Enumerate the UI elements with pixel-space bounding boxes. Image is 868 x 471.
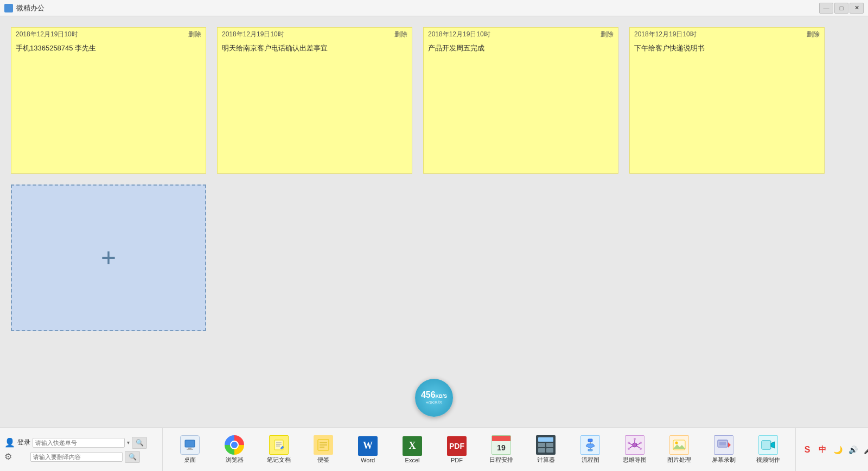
app-flowchart[interactable]: 流程图 [569, 430, 612, 469]
app-browser-label: 浏览器 [226, 456, 244, 464]
flowchart-icon [580, 435, 600, 455]
note-delete-4[interactable]: 删除 [807, 30, 820, 39]
app-word-label: Word [361, 457, 375, 463]
note-delete-3[interactable]: 删除 [601, 30, 614, 39]
calc-btn-2 [546, 443, 553, 447]
sticky-note-2: 2018年12月19日10时 删除 明天给南京客户电话确认出差事宜 [217, 27, 412, 174]
svg-line-23 [629, 443, 633, 445]
tray-mic-icon[interactable]: 🎤 [862, 444, 868, 456]
svg-point-16 [633, 443, 637, 447]
app-calendar[interactable]: 19 日程安排 [480, 430, 523, 469]
svg-point-20 [640, 442, 642, 444]
dropdown-arrow-icon[interactable]: ▾ [127, 440, 130, 445]
calendar-body: 19 [492, 441, 510, 454]
app-browser[interactable]: 浏览器 [213, 430, 256, 469]
main-area: 2018年12月19日10时 删除 手机13365258745 李先生 2018… [0, 16, 868, 428]
app-noteapp[interactable]: 笔记文档 [257, 430, 301, 469]
tray-volume-icon[interactable]: 🔊 [847, 444, 859, 456]
express-input[interactable] [33, 438, 125, 448]
app-desktop[interactable]: 桌面 [168, 430, 212, 469]
svg-rect-31 [719, 442, 726, 445]
svg-rect-0 [185, 440, 195, 447]
translate-search-button[interactable]: 🔍 [125, 451, 140, 463]
svg-rect-2 [187, 449, 193, 450]
calendar-icon: 19 [492, 435, 511, 455]
app-pdf[interactable]: PDF PDF [435, 430, 478, 469]
note-delete-1[interactable]: 删除 [188, 30, 201, 39]
mindmap-icon [625, 435, 644, 455]
app-imgprocess-label: 图片处理 [667, 456, 691, 464]
express-search-button[interactable]: 🔍 [132, 437, 147, 449]
note-header-4: 2018年12月19日10时 删除 [630, 28, 824, 41]
app-calculator[interactable]: 计算器 [524, 430, 567, 469]
network-speed-value: 456KB/S [421, 390, 447, 400]
note-content-4[interactable]: 下午给客户快递说明书 [630, 41, 824, 173]
browser-icon [225, 435, 244, 455]
app-imgprocess[interactable]: 图片处理 [658, 430, 701, 469]
app-word[interactable]: W Word [346, 430, 390, 469]
system-tray: S 中 🌙 🔊 🎤 ⌨ 📋 ✂ 🔧 [795, 428, 868, 471]
note-content-1[interactable]: 手机13365258745 李先生 [11, 41, 206, 173]
app-calendar-label: 日程安排 [489, 456, 513, 464]
network-up-speed: +0KB/S [426, 400, 443, 405]
tray-sougou-s[interactable]: S [801, 444, 813, 456]
app-icon [4, 4, 13, 12]
monitor-svg [184, 439, 196, 451]
app-video[interactable]: 视频制作 [746, 430, 790, 469]
translate-input[interactable] [30, 452, 123, 462]
taskbar: 👤 登录 ▾ 🔍 ⚙ 🔍 桌面 [0, 428, 868, 471]
maximize-button[interactable]: □ [834, 3, 848, 14]
app-mindmap-label: 思维导图 [623, 456, 647, 464]
minimize-button[interactable]: — [819, 3, 833, 14]
note-timestamp-2: 2018年12月19日10时 [222, 30, 284, 39]
note-timestamp-1: 2018年12月19日10时 [16, 30, 78, 39]
screenrecord-svg [717, 438, 731, 452]
note-content-2[interactable]: 明天给南京客户电话确认出差事宜 [218, 41, 412, 173]
tray-moon-icon[interactable]: 🌙 [832, 444, 844, 456]
app-sticky[interactable]: 便签 [302, 430, 345, 469]
app-screenrecord[interactable]: 屏幕录制 [702, 430, 745, 469]
svg-rect-33 [762, 441, 771, 449]
app-excel[interactable]: X Excel [391, 430, 434, 469]
imgprocess-svg [672, 438, 686, 452]
settings-icon[interactable]: ⚙ [4, 451, 15, 462]
calc-btn-3 [538, 448, 545, 453]
tray-input-zh[interactable]: 中 [816, 444, 828, 456]
add-note-button[interactable]: + [11, 184, 206, 331]
login-button[interactable]: 登录 [17, 438, 30, 447]
desktop-icon [180, 435, 200, 455]
app-video-label: 视频制作 [756, 456, 780, 464]
notes-grid: 2018年12月19日10时 删除 手机13365258745 李先生 2018… [11, 27, 857, 331]
svg-rect-15 [588, 449, 592, 451]
note-content-3[interactable]: 产品开发周五完成 [424, 41, 618, 173]
svg-marker-13 [586, 444, 595, 448]
note-header-2: 2018年12月19日10时 删除 [218, 28, 412, 41]
app-title: 微精办公 [16, 3, 44, 13]
mindmap-svg [628, 438, 642, 452]
svg-marker-34 [771, 442, 775, 448]
svg-rect-11 [588, 439, 592, 442]
svg-line-25 [629, 446, 633, 448]
app-mindmap[interactable]: 思维导图 [613, 430, 656, 469]
app-noteapp-label: 笔记文档 [267, 456, 291, 464]
sticky-note-3: 2018年12月19日10时 删除 产品开发周五完成 [423, 27, 618, 174]
flowchart-svg [584, 438, 597, 451]
apps-section: 桌面 浏览器 笔记文档 [163, 428, 795, 471]
svg-line-19 [637, 443, 640, 445]
svg-line-21 [637, 446, 640, 448]
note-timestamp-4: 2018年12月19日10时 [634, 30, 697, 39]
login-row-1: 👤 登录 ▾ 🔍 [4, 437, 158, 449]
title-bar: 微精办公 — □ ✕ [0, 0, 868, 16]
app-sticky-label: 便签 [317, 456, 329, 464]
note-delete-2[interactable]: 删除 [394, 30, 407, 39]
title-bar-left: 微精办公 [4, 3, 44, 13]
app-screenrecord-label: 屏幕录制 [712, 456, 736, 464]
calc-btn-4 [546, 448, 553, 453]
svg-point-26 [628, 448, 630, 450]
sticky-note-4: 2018年12月19日10时 删除 下午给客户快递说明书 [629, 27, 825, 174]
app-desktop-label: 桌面 [184, 456, 196, 464]
calculator-icon [536, 435, 556, 455]
word-icon: W [358, 436, 378, 456]
close-button[interactable]: ✕ [850, 3, 864, 14]
svg-point-28 [675, 442, 678, 444]
